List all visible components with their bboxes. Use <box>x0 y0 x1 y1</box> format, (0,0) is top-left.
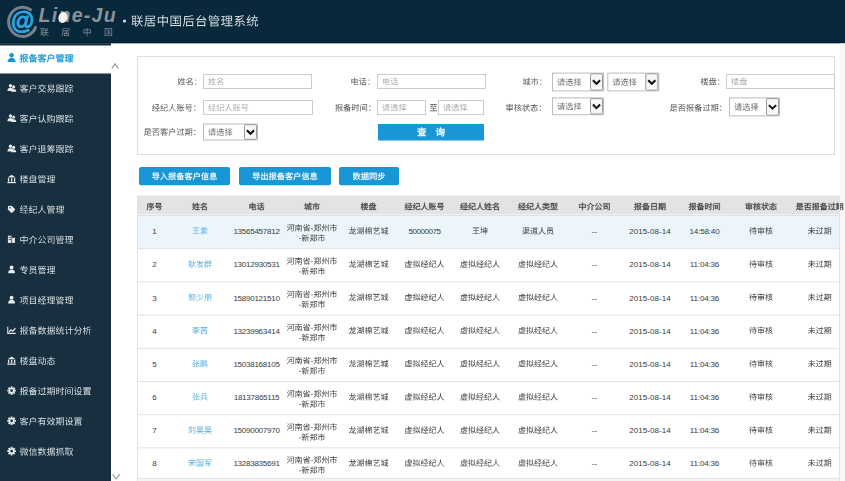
svg-text:--: -- <box>592 393 598 402</box>
svg-text:--: -- <box>592 360 598 369</box>
svg-text:2015-08-14: 2015-08-14 <box>629 393 671 402</box>
svg-text:--: -- <box>592 294 598 303</box>
svg-text:15890121510: 15890121510 <box>233 294 280 303</box>
svg-text:11:04:36: 11:04:36 <box>690 393 720 402</box>
svg-text:--: -- <box>592 227 598 236</box>
svg-text:3: 3 <box>152 294 157 303</box>
svg-text:11:04:36: 11:04:36 <box>690 426 720 435</box>
svg-text:Line-Ju: Line-Ju <box>39 4 117 26</box>
svg-text:--: -- <box>592 327 598 336</box>
svg-text:2015-08-14: 2015-08-14 <box>629 360 671 369</box>
svg-text:2: 2 <box>152 260 157 269</box>
svg-text:13012930531: 13012930531 <box>233 260 280 269</box>
svg-text:5: 5 <box>152 360 157 369</box>
svg-text:50000075: 50000075 <box>408 227 441 236</box>
svg-text:13283835691: 13283835691 <box>233 459 280 468</box>
svg-text:11:04:36: 11:04:36 <box>690 294 720 303</box>
svg-text:1: 1 <box>152 227 157 236</box>
svg-text:@: @ <box>11 7 34 34</box>
svg-text:2015-08-14: 2015-08-14 <box>629 260 671 269</box>
svg-text:2015-08-14: 2015-08-14 <box>629 426 671 435</box>
svg-text:13565457812: 13565457812 <box>233 227 280 236</box>
svg-text:11:04:36: 11:04:36 <box>690 260 720 269</box>
svg-text:15038168105: 15038168105 <box>233 360 280 369</box>
svg-text:15090007970: 15090007970 <box>233 426 280 435</box>
svg-text:2015-08-14: 2015-08-14 <box>629 294 671 303</box>
svg-text:11:04:36: 11:04:36 <box>690 327 720 336</box>
svg-text:2015-08-14: 2015-08-14 <box>629 327 671 336</box>
svg-text:--: -- <box>592 260 598 269</box>
svg-text:8: 8 <box>152 459 157 468</box>
svg-text:--: -- <box>592 426 598 435</box>
svg-text:7: 7 <box>152 426 157 435</box>
svg-text:14:58:40: 14:58:40 <box>690 227 721 236</box>
svg-text:--: -- <box>592 459 598 468</box>
svg-text:4: 4 <box>152 327 157 336</box>
svg-text:11:04:36: 11:04:36 <box>690 360 720 369</box>
svg-text:11:04:36: 11:04:36 <box>690 459 720 468</box>
svg-text:2015-08-14: 2015-08-14 <box>629 459 671 468</box>
svg-text:6: 6 <box>152 393 157 402</box>
svg-text:13239963414: 13239963414 <box>233 327 280 336</box>
svg-text:2015-08-14: 2015-08-14 <box>629 227 671 236</box>
svg-text:18137865115: 18137865115 <box>234 393 280 402</box>
